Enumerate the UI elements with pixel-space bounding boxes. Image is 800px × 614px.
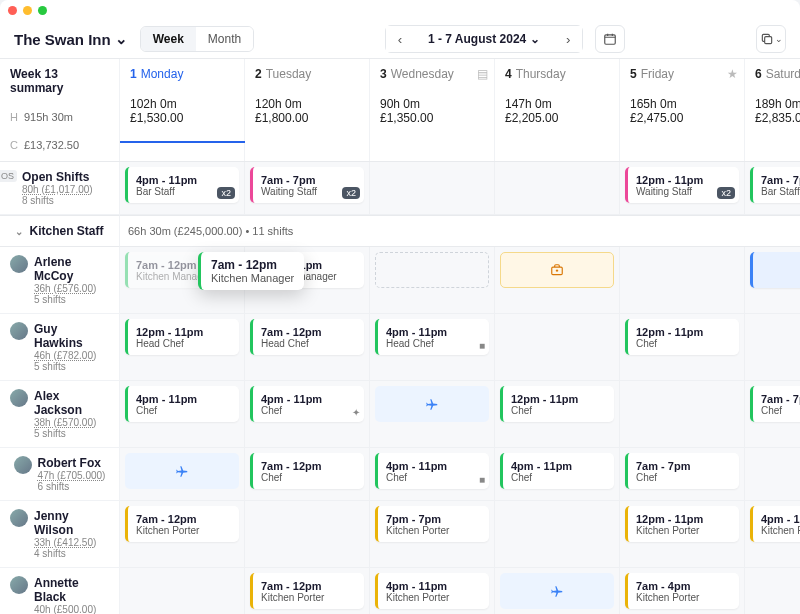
day-cell[interactable]: 4pm - 11pmChef: [120, 381, 245, 448]
shift-time: 7am - 4pm: [636, 580, 733, 592]
staff-side[interactable]: Arlene McCoy36h (£576.00)5 shifts: [0, 247, 120, 314]
day-cell[interactable]: 12pm - 11pmHead Chef: [120, 314, 245, 381]
shift-card[interactable]: 7am - 12pmKitchen Porter: [250, 573, 364, 609]
day-cell[interactable]: 4pm - 11pmKitchen Porter: [745, 501, 800, 568]
shift-card[interactable]: 12pm - 11pmChef: [500, 386, 614, 422]
day-header-friday[interactable]: 5Friday★165h 0m£2,475.00: [620, 59, 745, 161]
day-cell[interactable]: 7am - 7pmChef: [620, 448, 745, 501]
day-cell[interactable]: 7pm - 7pmKitchen Porter: [370, 501, 495, 568]
shift-card[interactable]: 7am - 12pmChef: [250, 453, 364, 489]
day-cell[interactable]: [745, 314, 800, 381]
copy-button[interactable]: ⌄: [756, 25, 786, 53]
day-cell[interactable]: 7am - 7pmBar Staff: [745, 162, 800, 215]
shift-card[interactable]: 12pm - 11pmKitchen Porter: [625, 506, 739, 542]
date-range-label[interactable]: 1 - 7 August 2024 ⌄: [414, 32, 554, 46]
day-cell[interactable]: 4pm - 11pmChef■: [370, 448, 495, 501]
shift-card[interactable]: 4pm - 11pmChef: [125, 386, 239, 422]
day-cell[interactable]: 7am - 12pmKitchen Porter: [120, 501, 245, 568]
day-cell[interactable]: [370, 247, 495, 314]
shift-card[interactable]: 7am - 7pmChef: [625, 453, 739, 489]
shift-card[interactable]: 7am - 12pmKitchen Porter: [125, 506, 239, 542]
shift-card[interactable]: 7am - 4pmKitchen Porter: [625, 573, 739, 609]
day-cell[interactable]: 4pm - 11pmBar Staffx2: [120, 162, 245, 215]
zoom-dot[interactable]: [38, 6, 47, 15]
prev-week-button[interactable]: ‹: [386, 26, 414, 52]
shift-card[interactable]: 4pm - 11pmChef: [500, 453, 614, 489]
away-indicator[interactable]: [375, 386, 489, 422]
day-cell[interactable]: 4pm - 11pmKitchen Porter: [370, 568, 495, 614]
day-header-wednesday[interactable]: 3Wednesday▤90h 0m£1,350.00: [370, 59, 495, 161]
day-cell[interactable]: [745, 568, 800, 614]
day-cell[interactable]: [495, 162, 620, 215]
day-cell[interactable]: [495, 568, 620, 614]
date-range-picker: ‹ 1 - 7 August 2024 ⌄ ›: [385, 25, 583, 53]
day-cell[interactable]: 4pm - 11pmChef: [495, 448, 620, 501]
day-cell[interactable]: 7am - 4pmKitchen Porter: [620, 568, 745, 614]
day-cell[interactable]: 7am - 12pmChef: [245, 448, 370, 501]
day-cell[interactable]: [495, 314, 620, 381]
day-cell[interactable]: ⇄: [745, 247, 800, 314]
day-header-tuesday[interactable]: 2Tuesday120h 0m£1,800.00: [245, 59, 370, 161]
shift-role: Bar Staff: [761, 186, 800, 197]
day-cell[interactable]: [745, 448, 800, 501]
day-cell[interactable]: [495, 501, 620, 568]
day-cell[interactable]: 12pm - 11pmWaiting Staffx2: [620, 162, 745, 215]
empty-shift-slot[interactable]: [375, 252, 489, 288]
day-header-monday[interactable]: 1Monday102h 0m£1,530.00: [120, 59, 245, 161]
copy-icon: [760, 32, 774, 46]
staff-side[interactable]: Jenny Wilson33h (£412.50)4 shifts: [0, 501, 120, 568]
shift-card[interactable]: 7am - 7pmBar Staff: [750, 167, 800, 203]
staff-side[interactable]: Annette Black40h (£500.00)5 shifts: [0, 568, 120, 614]
day-header-saturday[interactable]: 6Saturday189h 0m£2,835.00: [745, 59, 800, 161]
day-cell[interactable]: 12pm - 11pmKitchen Porter: [620, 501, 745, 568]
view-month-button[interactable]: Month: [196, 27, 253, 51]
pending-shift[interactable]: [500, 252, 614, 288]
staff-side[interactable]: Guy Hawkins46h (£782.00)5 shifts: [0, 314, 120, 381]
day-cell[interactable]: [120, 568, 245, 614]
note-icon: ▤: [477, 67, 488, 81]
day-cell[interactable]: 7am - 12pmKitchen Porter: [245, 568, 370, 614]
shift-card[interactable]: 4pm - 11pmChef■: [375, 453, 489, 489]
shift-card[interactable]: 4pm - 11pmBar Staffx2: [125, 167, 239, 203]
next-week-button[interactable]: ›: [554, 26, 582, 52]
venue-selector[interactable]: The Swan Inn ⌄: [14, 30, 128, 48]
day-cell[interactable]: [495, 247, 620, 314]
away-indicator[interactable]: [125, 453, 239, 489]
day-cell[interactable]: 7am - 7pmWaiting Staffx2: [245, 162, 370, 215]
dragging-shift-card[interactable]: 7am - 12pm Kitchen Manager: [198, 252, 304, 290]
shift-card[interactable]: ⇄: [750, 252, 800, 288]
shift-count-badge: x2: [342, 187, 360, 199]
shift-card[interactable]: 12pm - 11pmWaiting Staffx2: [625, 167, 739, 203]
shift-card[interactable]: 7am - 7pmChef: [750, 386, 800, 422]
day-cell[interactable]: 7am - 12pmHead Chef: [245, 314, 370, 381]
day-cell[interactable]: 7am - 7pmChef: [745, 381, 800, 448]
shift-card[interactable]: 12pm - 11pmChef: [625, 319, 739, 355]
day-cell[interactable]: [620, 247, 745, 314]
group-toggle-kitchen[interactable]: ⌄Kitchen Staff: [0, 215, 120, 247]
day-cell[interactable]: 12pm - 11pmChef: [620, 314, 745, 381]
shift-card[interactable]: 4pm - 11pmKitchen Porter: [375, 573, 489, 609]
day-cell[interactable]: 4pm - 11pmChef✦: [245, 381, 370, 448]
day-cell[interactable]: [620, 381, 745, 448]
shift-card[interactable]: 4pm - 11pmKitchen Porter: [750, 506, 800, 542]
shift-card[interactable]: 12pm - 11pmHead Chef: [125, 319, 239, 355]
away-indicator[interactable]: [500, 573, 614, 609]
day-cell[interactable]: 4pm - 11pmHead Chef■: [370, 314, 495, 381]
shift-card[interactable]: 4pm - 11pmChef✦: [250, 386, 364, 422]
shift-card[interactable]: 4pm - 11pmHead Chef■: [375, 319, 489, 355]
day-cell[interactable]: 12pm - 11pmChef: [495, 381, 620, 448]
staff-side[interactable]: Robert Fox47h (£705.000)6 shifts: [0, 448, 120, 501]
day-header-thursday[interactable]: 4Thursday147h 0m£2,205.00: [495, 59, 620, 161]
view-week-button[interactable]: Week: [141, 27, 196, 51]
calendar-button[interactable]: [595, 25, 625, 53]
day-cell[interactable]: [370, 162, 495, 215]
day-cell[interactable]: [370, 381, 495, 448]
shift-card[interactable]: 7pm - 7pmKitchen Porter: [375, 506, 489, 542]
staff-side[interactable]: Alex Jackson38h (£570.00)5 shifts: [0, 381, 120, 448]
day-cell[interactable]: [245, 501, 370, 568]
day-cell[interactable]: [120, 448, 245, 501]
close-dot[interactable]: [8, 6, 17, 15]
shift-card[interactable]: 7am - 7pmWaiting Staffx2: [250, 167, 364, 203]
minimize-dot[interactable]: [23, 6, 32, 15]
shift-card[interactable]: 7am - 12pmHead Chef: [250, 319, 364, 355]
